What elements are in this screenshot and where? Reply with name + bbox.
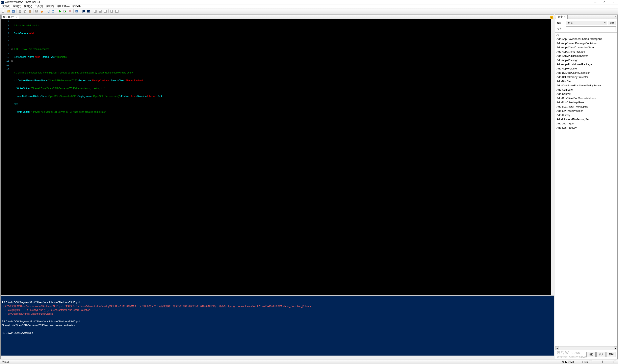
svg-rect-23	[115, 10, 117, 13]
zoom-out-icon[interactable]: —	[589, 361, 592, 364]
menu-file[interactable]: 文件(F)	[1, 4, 12, 8]
list-item[interactable]: Add-AppProvisionedSharedPackageCo	[555, 37, 618, 41]
title-bar: >_ 管理员: Windows PowerShell ISE — ▢ ✕	[0, 0, 618, 4]
list-item[interactable]: Add-AppvClientPackage	[555, 50, 618, 54]
redo-icon[interactable]	[51, 9, 56, 13]
menu-tools[interactable]: 工具(T)	[34, 4, 44, 8]
name-label: 名称:	[557, 27, 565, 30]
code-area[interactable]: # Start the sshd service Start-Service s…	[14, 19, 551, 295]
show-script-icon[interactable]	[110, 9, 114, 13]
close-button[interactable]: ✕	[609, 0, 618, 4]
status-text: 已完成	[2, 360, 9, 364]
list-item[interactable]: Add-InitiatorIdToMaskingSet	[555, 117, 618, 121]
list-item[interactable]: Add-JobTrigger	[555, 121, 618, 126]
list-item[interactable]: Add-AppxVolume	[555, 66, 618, 71]
menu-debug[interactable]: 调试(D)	[44, 4, 55, 8]
breakpoint-icon[interactable]	[74, 9, 79, 13]
new-icon[interactable]	[1, 9, 6, 13]
list-item[interactable]: Add-Computer	[555, 88, 618, 92]
find-icon[interactable]	[34, 9, 39, 13]
list-item[interactable]: Add-EtwTraceProvider	[555, 109, 618, 113]
tab-sshd[interactable]: SSHD.ps1 ✕	[1, 15, 19, 19]
open-icon[interactable]	[6, 9, 11, 13]
separator	[45, 10, 45, 13]
list-item[interactable]: Add-BitsFile	[555, 79, 618, 83]
list-item[interactable]: Add-Content	[555, 92, 618, 96]
list-item[interactable]: A:	[555, 33, 618, 37]
run-icon[interactable]	[58, 9, 62, 13]
menu-addons[interactable]: 附加工具(A)	[55, 4, 71, 8]
list-item[interactable]: Add-DtcClusterTMMapping	[555, 104, 618, 109]
fold-icon[interactable]: ⊟	[11, 59, 14, 63]
list-item[interactable]: Add-AppxProvisionedPackage	[555, 62, 618, 66]
list-item[interactable]: Add-AppSharedPackageContainer	[555, 41, 618, 45]
fold-gutter: ⊟ ⊟	[11, 19, 14, 295]
separator	[80, 10, 80, 13]
commands-hscrollbar[interactable]: ◄►	[555, 347, 618, 350]
undo-icon[interactable]	[46, 9, 51, 13]
svg-rect-10	[64, 10, 65, 12]
new-remote-icon[interactable]: >_	[81, 9, 86, 13]
close-panel-icon[interactable]: ✕	[614, 15, 617, 18]
menu-edit[interactable]: 编辑(E)	[12, 4, 22, 8]
run-selection-icon[interactable]	[63, 9, 68, 13]
editor-vscrollbar[interactable]	[551, 19, 554, 295]
cut-icon[interactable]	[17, 9, 22, 13]
list-item[interactable]: Add-BitLockerKeyProtector	[555, 75, 618, 79]
insert-button[interactable]: 插入	[596, 352, 606, 357]
menu-view[interactable]: 视图(V)	[23, 4, 33, 8]
save-icon[interactable]	[11, 9, 16, 13]
cursor-position: 行 11 列 25	[562, 360, 574, 364]
status-bar: 已完成 行 11 列 25 140% — +	[0, 360, 618, 364]
script-editor[interactable]: 1 2 3 4 5 6 7 8 9 10 11 12 13 ⊟ ⊟	[0, 19, 554, 295]
list-item[interactable]: Add-DnsClientNrptRule	[555, 100, 618, 104]
close-icon[interactable]: ✕	[564, 15, 566, 18]
tab-commands[interactable]: 命令 ✕	[556, 14, 568, 19]
zoom-slider[interactable]	[593, 362, 613, 362]
stop-icon[interactable]	[68, 9, 73, 13]
list-item[interactable]: Add-DnsClientDohServerAddress	[555, 96, 618, 100]
maximize-button[interactable]: ▢	[600, 0, 609, 4]
toolbar: >_	[0, 8, 618, 14]
svg-rect-7	[29, 10, 31, 13]
layout2-icon[interactable]	[98, 9, 103, 13]
show-command-icon[interactable]	[114, 9, 119, 13]
window-title: 管理员: Windows PowerShell ISE	[5, 0, 41, 4]
zoom-in-icon[interactable]: +	[614, 361, 616, 364]
list-item[interactable]: Add-History	[555, 113, 618, 117]
caret	[34, 332, 34, 335]
svg-rect-2	[13, 12, 14, 12]
list-item[interactable]: Add-KdsRootKey	[555, 126, 618, 130]
close-icon[interactable]: ✕	[16, 16, 17, 19]
list-item[interactable]: Add-CertificateEnrollmentPolicyServer	[555, 83, 618, 88]
minimize-button[interactable]: —	[591, 0, 600, 4]
tab-label: 命令	[558, 15, 563, 19]
module-select[interactable]: 所有	[566, 21, 607, 25]
list-item[interactable]: Add-AppvClientConnectionGroup	[555, 45, 618, 50]
commands-panel: 命令 ✕ ✕ 模块: 所有 刷新 名称: A:Add-AppProvisione…	[555, 14, 618, 359]
line-number-gutter: 1 2 3 4 5 6 7 8 9 10 11 12 13	[0, 19, 11, 295]
remote-icon[interactable]	[86, 9, 91, 13]
console-pane[interactable]: PS C:\WINDOWS\system32> C:\Users\Adminis…	[0, 295, 554, 356]
list-item[interactable]: Add-BCDataCacheExtension	[555, 71, 618, 75]
copy-button[interactable]: 复制	[606, 352, 616, 357]
collapse-script-icon[interactable]	[550, 16, 553, 19]
zoom-control: 140% — +	[582, 361, 616, 364]
clear-icon[interactable]	[39, 9, 44, 13]
run-button[interactable]: 运行	[586, 352, 596, 357]
editor-hscrollbar[interactable]	[0, 356, 554, 359]
name-input[interactable]	[566, 26, 616, 31]
layout3-icon[interactable]	[103, 9, 108, 13]
fold-icon[interactable]: ⊟	[11, 47, 14, 51]
list-item[interactable]: Add-AppvPublishingServer	[555, 54, 618, 58]
menu-help[interactable]: 帮助(H)	[71, 4, 82, 8]
app-icon: >_	[1, 0, 4, 4]
list-item[interactable]: Add-AppxPackage	[555, 58, 618, 62]
refresh-button[interactable]: 刷新	[608, 21, 616, 25]
file-tabs: SSHD.ps1 ✕	[0, 15, 554, 19]
copy-icon[interactable]	[23, 9, 27, 13]
svg-rect-17	[94, 10, 95, 13]
commands-list[interactable]: A:Add-AppProvisionedSharedPackageCoAdd-A…	[555, 32, 618, 347]
layout1-icon[interactable]	[93, 9, 97, 13]
paste-icon[interactable]	[27, 9, 32, 13]
